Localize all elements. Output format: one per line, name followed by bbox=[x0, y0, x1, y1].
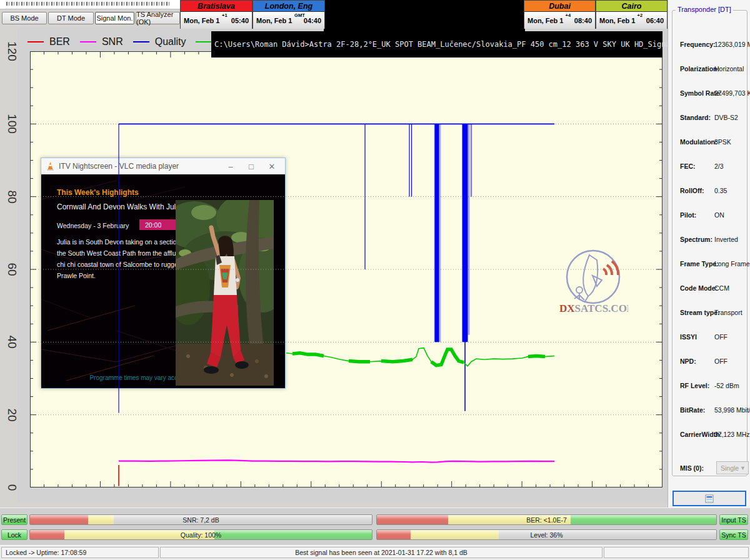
transponder-row-value: 2/3 bbox=[714, 162, 724, 170]
transponder-row-value: 53,998 Mbit/s bbox=[714, 406, 750, 414]
transponder-row-label: Frequency: bbox=[680, 41, 716, 48]
transponder-row-value: 8PSK bbox=[714, 138, 731, 146]
transponder-row-label: Spectrum: bbox=[680, 236, 712, 243]
transponder-row: Symbol Rate:27499,703 KS/s bbox=[680, 89, 750, 97]
transponder-row: CarrierWidth:37,123 MHz bbox=[680, 431, 750, 438]
quality-bar-text: Quality: 100% bbox=[30, 530, 372, 539]
snr-line-swatch bbox=[80, 41, 96, 42]
quality-progress-bar: Quality: 100% bbox=[29, 529, 372, 540]
level-bar-text: Level: 36% bbox=[377, 530, 716, 539]
signal-monitor-app: BS Mode DT Mode Signal Mon. TS Analyzer … bbox=[0, 0, 750, 560]
minimize-button[interactable]: – bbox=[222, 160, 239, 172]
legend-label: SNR bbox=[102, 36, 123, 48]
level-line-swatch bbox=[196, 41, 212, 42]
transponder-row-label: Modulation: bbox=[680, 138, 717, 146]
transponder-row: Modulation:8PSK bbox=[680, 138, 750, 146]
transponder-row-value: OFF bbox=[714, 358, 728, 365]
transponder-row-value: Transport bbox=[714, 309, 742, 316]
transponder-row-label: BitRate: bbox=[680, 406, 705, 414]
transponder-row-label: ISSYI bbox=[680, 333, 697, 341]
y-tick-label: 20 bbox=[4, 407, 20, 423]
transponder-row-label: Code Mode: bbox=[680, 284, 718, 292]
transponder-row-label: FEC: bbox=[680, 162, 696, 170]
transponder-row-value: Long Frame bbox=[714, 260, 750, 268]
dt-mode-button[interactable]: DT Mode bbox=[48, 12, 94, 24]
y-tick-label: 40 bbox=[4, 334, 20, 350]
ts-list-button[interactable] bbox=[672, 491, 746, 506]
transponder-row: Pilot:ON bbox=[680, 211, 750, 219]
programme-description: Julia is in South Devon taking on a sect… bbox=[57, 236, 189, 281]
transponder-row-value: DVB-S2 bbox=[714, 114, 738, 121]
best-signal-status: Best signal has been seen at 2021-01-31 … bbox=[160, 547, 602, 558]
clock-time: 04:40 bbox=[304, 17, 321, 24]
programme-date: Wednesday - 3 February bbox=[57, 222, 129, 229]
snr-progress-bar: SNR: 7,2 dB bbox=[29, 514, 372, 525]
console-window-background bbox=[324, 0, 525, 31]
transponder-row-value: ON bbox=[714, 211, 724, 219]
sync-ts-button[interactable]: Sync TS bbox=[719, 529, 748, 540]
clock-time: 05:40 bbox=[231, 17, 249, 24]
transponder-row-value: 0.35 bbox=[714, 187, 727, 194]
svg-text:DXSATCS.COM: DXSATCS.COM bbox=[559, 302, 628, 314]
clock-date: Mon, Feb 1 bbox=[599, 17, 635, 24]
transponder-row-value: OFF bbox=[714, 333, 728, 341]
legend-label: Quality bbox=[155, 36, 186, 48]
lock-indicator[interactable]: Lock bbox=[1, 529, 28, 540]
transponder-row-value: 37,123 MHz bbox=[714, 431, 750, 438]
clock-date: Mon, Feb 1 bbox=[256, 17, 292, 24]
y-tick-label: 100 bbox=[4, 116, 20, 132]
mis-value: Single bbox=[721, 464, 739, 472]
legend-item-quality: Quality bbox=[133, 36, 186, 48]
snr-bar-text: SNR: 7,2 dB bbox=[30, 515, 372, 524]
quality-line-swatch bbox=[133, 41, 149, 42]
y-tick-label: 80 bbox=[4, 189, 20, 205]
transponder-title: Transponder [DT] bbox=[676, 6, 733, 13]
maximize-button[interactable]: □ bbox=[243, 160, 259, 172]
transponder-row-label: Polarization: bbox=[680, 65, 719, 72]
transponder-row-value: CCM bbox=[714, 284, 729, 292]
chart-legend: BER SNR Quality Level bbox=[28, 32, 242, 51]
transponder-row: FEC:2/3 bbox=[680, 162, 750, 170]
transponder-row: Standard:DVB-S2 bbox=[680, 114, 750, 121]
transponder-row: ISSYIOFF bbox=[680, 333, 750, 341]
clock-city-label: Bratislava bbox=[181, 1, 252, 12]
clock-offset: +1 bbox=[222, 12, 228, 18]
mis-select[interactable]: Single ▼ bbox=[716, 461, 749, 474]
transponder-row-value: 27499,703 KS/s bbox=[714, 89, 750, 97]
ts-analyzer-button[interactable]: TS Analyzer (OK) bbox=[136, 12, 180, 24]
vlc-window: ITV Nightscreen - VLC media player – □ ✕… bbox=[41, 158, 286, 389]
transponder-row-label: NPD: bbox=[680, 358, 696, 365]
transponder-row-label: Pilot: bbox=[680, 211, 696, 219]
transponder-row: Code Mode:CCM bbox=[680, 284, 750, 292]
illegible-title-text bbox=[6, 2, 170, 6]
vlc-titlebar[interactable]: ITV Nightscreen - VLC media player – □ ✕ bbox=[41, 158, 285, 174]
legend-label: BER bbox=[49, 36, 70, 48]
bs-mode-button[interactable]: BS Mode bbox=[2, 12, 47, 24]
transponder-row-label: RollOff: bbox=[680, 187, 704, 194]
transponder-row-value: -52 dBm bbox=[714, 382, 739, 389]
list-icon bbox=[705, 494, 714, 503]
legend-item-ber: BER bbox=[28, 36, 70, 48]
signal-mon-button[interactable]: Signal Mon. bbox=[95, 12, 134, 24]
clock-city-label: Dubai bbox=[524, 1, 595, 12]
programme-time-badge: 20:00 bbox=[139, 219, 178, 230]
present-indicator[interactable]: Present bbox=[1, 514, 28, 525]
legend-item-snr: SNR bbox=[80, 36, 123, 48]
vlc-cone-icon bbox=[46, 162, 54, 171]
clock-time: 08:40 bbox=[574, 17, 592, 24]
vlc-video-area: This Week's Highlights Cornwall And Devo… bbox=[41, 174, 285, 388]
transponder-row: RollOff:0.35 bbox=[680, 187, 750, 194]
transponder-row: Spectrum:Inverted bbox=[680, 236, 750, 243]
transponder-row: Frame Type:Long Frame bbox=[680, 260, 750, 268]
close-button[interactable]: ✕ bbox=[264, 160, 280, 172]
clock-offset: GMT bbox=[294, 12, 305, 18]
clock-city-label: London, Eng bbox=[253, 1, 324, 12]
transponder-row-label: Standard: bbox=[680, 114, 711, 121]
watermark-dx-text: DX bbox=[559, 302, 575, 314]
clock-offset: +4 bbox=[566, 12, 571, 18]
y-tick-label: 0 bbox=[4, 479, 20, 496]
input-ts-button[interactable]: Input TS bbox=[719, 514, 748, 525]
programme-highlight-heading: This Week's Highlights bbox=[57, 188, 139, 197]
transponder-row: RF Level:-52 dBm bbox=[680, 382, 750, 389]
clock-bratislava: Bratislava Mon, Feb 1 +1 05:40 bbox=[180, 0, 252, 29]
